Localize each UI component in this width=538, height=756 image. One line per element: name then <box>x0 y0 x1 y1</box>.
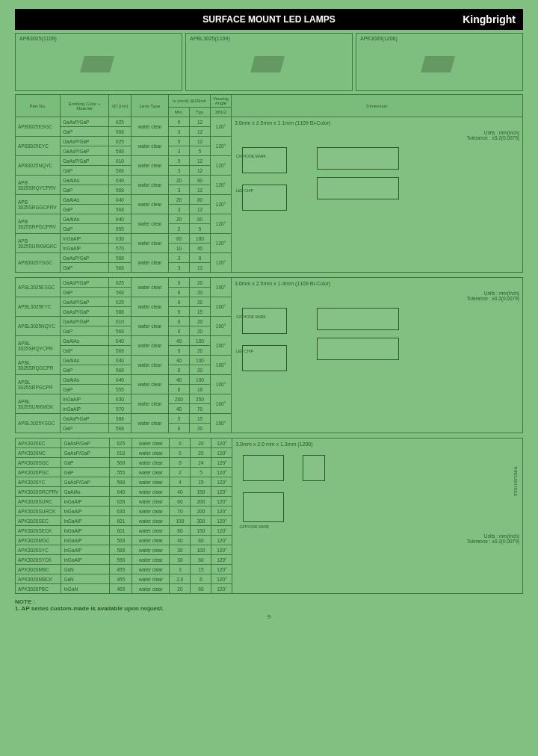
table-row: APK3020ECGaAsP/GaP 625water clear 620 12… <box>16 439 523 448</box>
header-bar: SURFACE MOUNT LED LAMPS Kingbright <box>15 9 523 30</box>
table-row: APB3025ESGC GaAsP/GaP625 water clear 512… <box>16 117 523 127</box>
page-number: 9 <box>15 613 523 620</box>
th-mat: Emitting Color + Material <box>61 95 109 117</box>
product-image-3: APK3020(1208) <box>356 33 523 91</box>
spec-table-2: APBL3025ESGC GaAsP/GaP625 water clear 82… <box>15 277 523 433</box>
spec-table-3: APK3020ECGaAsP/GaP 625water clear 620 12… <box>15 438 523 594</box>
th-iv: Iv (mcd) @20mA <box>169 95 211 108</box>
spec-table-1: Part No. Emitting Color + Material λD (n… <box>15 94 523 273</box>
dimension-drawing: CATHODE MARK LED CHIP <box>235 143 519 248</box>
page-title: SURFACE MOUNT LED LAMPS <box>202 14 335 25</box>
product-image-row: APB3025(1109) APBL3025(1109) APK3020(120… <box>15 33 523 91</box>
table-row: APBL3025ESGC GaAsP/GaP625 water clear 82… <box>16 278 523 288</box>
product-image-2: APBL3025(1109) <box>185 33 353 91</box>
dimension-drawing: CATHODE MARK THROUGH HOLE <box>235 451 519 533</box>
dimension-drawing: CATHODE MARK LED CHIP <box>235 304 519 409</box>
note-block: NOTE : 1. AP series custom-made is avail… <box>15 598 523 612</box>
th-wl: λD (nm) <box>109 95 132 117</box>
th-part: Part No. <box>16 95 61 117</box>
th-dim: Dimension <box>232 95 523 117</box>
th-lens: Lens Type <box>132 95 169 117</box>
product-image-1: APB3025(1109) <box>15 33 182 91</box>
th-ang: Viewing Angle <box>211 95 232 108</box>
brand-logo: Kingbright <box>463 13 516 25</box>
